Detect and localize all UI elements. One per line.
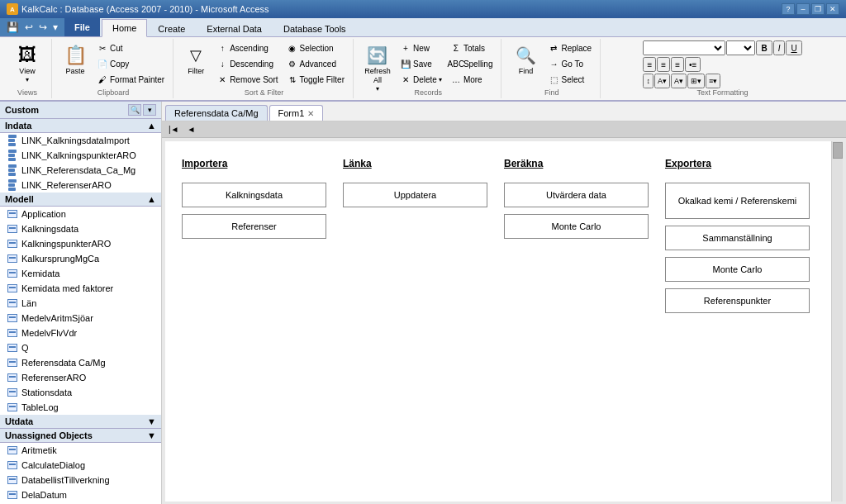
tab-referensdata[interactable]: Referensdata Ca/Mg [165, 105, 268, 121]
font-color-button[interactable]: A▾ [671, 74, 687, 88]
kalkningsdata-button[interactable]: Kalkningsdata [182, 183, 326, 207]
selection-label: Selection [300, 44, 334, 53]
delete-button[interactable]: ✕ Delete ▾ [397, 72, 445, 87]
nav-section-utdata[interactable]: Utdata ▼ [0, 415, 161, 429]
list-item[interactable]: Kemidata med faktorer [0, 281, 161, 296]
advanced-button[interactable]: ⚙ Advanced [283, 56, 348, 71]
tab-close-icon[interactable]: ✕ [307, 109, 314, 118]
go-to-button[interactable]: → Go To [544, 56, 595, 71]
list-item[interactable]: Q [0, 340, 161, 355]
view-button[interactable]: 🖼 View ▾ [8, 40, 46, 87]
list-item[interactable]: Län [0, 296, 161, 311]
uppdatera-button[interactable]: Uppdatera [343, 183, 487, 207]
close-button[interactable]: ✕ [826, 3, 839, 15]
list-item[interactable]: Aritmetik [0, 443, 161, 458]
nav-section-modell[interactable]: Modell ▲ [0, 193, 161, 207]
qa-undo-button[interactable]: ↩ [23, 21, 35, 34]
title-bar-controls: ? – ❐ ✕ [782, 3, 839, 15]
totals-button[interactable]: Σ Totals [447, 40, 497, 55]
selection-button[interactable]: ◉ Selection [283, 40, 348, 55]
align-center-button[interactable]: ≡ [657, 57, 670, 72]
tab-form1[interactable]: Form1 ✕ [269, 105, 324, 121]
replace-button[interactable]: ⇄ Replace [544, 40, 595, 55]
advanced-icon: ⚙ [287, 58, 298, 69]
copy-button[interactable]: 📄 Copy [93, 56, 168, 71]
qa-redo-button[interactable]: ↪ [37, 21, 49, 34]
italic-button[interactable]: I [773, 40, 786, 55]
filter-button[interactable]: ▽ Filter [180, 40, 212, 79]
minimize-button[interactable]: – [796, 3, 810, 15]
list-item[interactable]: MedelvFlvVdr [0, 326, 161, 340]
nav-first-button[interactable]: |◄ [165, 123, 183, 136]
sammanstallning-button[interactable]: Sammanställning [665, 226, 810, 250]
align-left-button[interactable]: ≡ [643, 57, 656, 72]
list-item[interactable]: Stationsdata [0, 385, 161, 400]
bold-button[interactable]: B [756, 40, 772, 55]
monte-carlo-exp-button[interactable]: Monte Carlo [665, 257, 810, 282]
nav-menu-button[interactable]: ▾ [143, 104, 156, 116]
nav-prev-button[interactable]: ◄ [184, 123, 199, 136]
list-item[interactable]: Kalkningsdata [0, 221, 161, 236]
main-area: Custom 🔍 ▾ Indata ▲ [0, 102, 846, 504]
list-item[interactable]: DatabellistTillverkning [0, 473, 161, 487]
ascending-button[interactable]: ↑ Ascending [213, 40, 281, 55]
select-button[interactable]: ⬚ Select [544, 72, 595, 87]
title-bar-left: A KalkCalc : Database (Access 2007 - 201… [7, 3, 269, 15]
list-item[interactable]: ReferenserARO [0, 370, 161, 385]
font-family-select[interactable] [643, 40, 725, 55]
list-item[interactable]: CalculateDialog [0, 458, 161, 473]
font-size-select[interactable] [726, 40, 755, 55]
utvardera-data-button[interactable]: Utvärdera data [504, 183, 649, 207]
nav-section-unassigned[interactable]: Unassigned Objects ▼ [0, 429, 161, 443]
vertical-scrollbar[interactable] [831, 141, 843, 502]
find-button[interactable]: 🔍 Find [508, 40, 543, 79]
nav-search-button[interactable]: 🔍 [128, 104, 141, 116]
underline-button[interactable]: U [786, 40, 801, 55]
view-label: View [19, 67, 35, 76]
more-button[interactable]: … More [447, 72, 497, 87]
referenser-button[interactable]: Referenser [182, 214, 326, 239]
list-item[interactable]: LINK_KalkningsdataImport [0, 133, 161, 148]
list-item[interactable]: Referensdata Ca/Mg [0, 355, 161, 370]
bg-color-button[interactable]: A▾ [654, 74, 670, 88]
referenspunkter-button[interactable]: Referenspunkter [665, 288, 810, 313]
list-item[interactable]: LINK_ReferenserARO [0, 178, 161, 193]
qa-dropdown-button[interactable]: ▾ [51, 21, 59, 34]
list-item[interactable]: MedelvAritmSjöar [0, 311, 161, 326]
list-item[interactable]: LINK_KalkningspunkterARO [0, 148, 161, 163]
spelling-button[interactable]: ABC Spelling [447, 56, 497, 71]
descending-button[interactable]: ↓ Descending [213, 56, 281, 71]
cut-button[interactable]: ✂ Cut [93, 40, 168, 55]
paste-button[interactable]: 📋 Paste [59, 40, 92, 79]
list-item[interactable]: LINK_Referensdata_Ca_Mg [0, 163, 161, 178]
list-item[interactable]: TableLog [0, 400, 161, 415]
help-button[interactable]: ? [782, 3, 795, 15]
tab-database-tools[interactable]: Database Tools [273, 20, 357, 37]
tab-create[interactable]: Create [147, 20, 196, 37]
list-item[interactable]: Application [0, 207, 161, 221]
save-button[interactable]: 💾 Save [397, 56, 445, 71]
remove-sort-button[interactable]: ✕ Remove Sort [213, 72, 281, 87]
refresh-all-button[interactable]: 🔄 Refresh All ▾ [360, 40, 395, 96]
new-label: New [413, 44, 430, 53]
align-right-button[interactable]: ≡ [671, 57, 684, 72]
list-item[interactable]: DelaDatum [0, 487, 161, 502]
bullets-button[interactable]: •≡ [685, 57, 701, 72]
tab-external-data[interactable]: External Data [196, 20, 273, 37]
tab-home[interactable]: Home [102, 19, 147, 37]
list-item[interactable]: KalkningspunkterARO [0, 236, 161, 251]
okalkad-kemi-button[interactable]: Okalkad kemi / Referenskemi [665, 183, 810, 219]
list-item[interactable]: KalkursprungMgCa [0, 251, 161, 266]
scrollbar-thumb[interactable] [833, 142, 843, 159]
save-icon: 💾 [400, 58, 411, 69]
file-tab[interactable]: File [64, 18, 100, 36]
format-painter-button[interactable]: 🖌 Format Painter [93, 72, 168, 87]
restore-button[interactable]: ❐ [811, 3, 825, 15]
monte-carlo-button[interactable]: Monte Carlo [504, 214, 649, 239]
list-item[interactable]: Kemidata [0, 266, 161, 281]
toggle-filter-button[interactable]: ⇅ Toggle Filter [283, 72, 348, 87]
line-spacing-button[interactable]: ↕ [643, 74, 654, 88]
nav-section-indata[interactable]: Indata ▲ [0, 119, 161, 133]
new-button[interactable]: + New [397, 40, 445, 55]
qa-save-button[interactable]: 💾 [5, 21, 21, 34]
